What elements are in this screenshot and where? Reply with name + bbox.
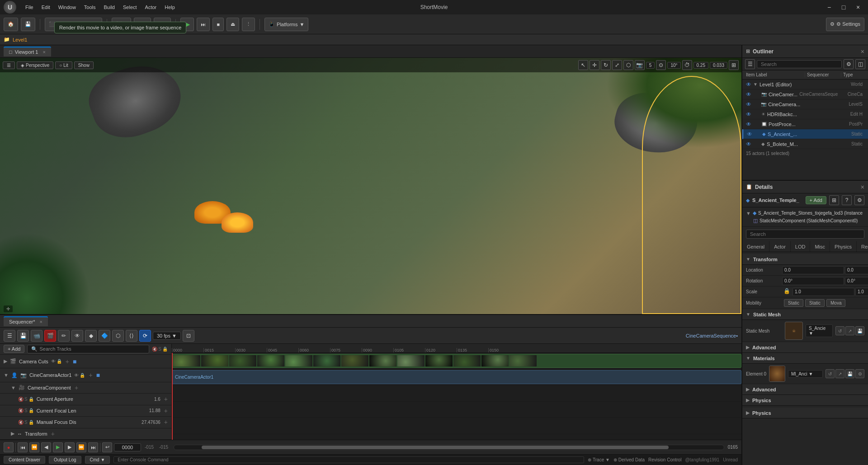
mesh-name-box[interactable]: S_Ancie ▼: [806, 324, 833, 337]
physics-section-header[interactable]: ▶ Physics: [742, 395, 868, 406]
track-add-6[interactable]: +: [51, 430, 55, 437]
seq-save-btn[interactable]: 💾: [17, 330, 29, 342]
outliner-s-bolete[interactable]: 👁 ◆ S_Bolete_M... Static: [742, 139, 868, 149]
scrollbar-thumb[interactable]: [202, 446, 669, 449]
mesh-open-btn[interactable]: ↗: [845, 326, 854, 335]
grid-btn[interactable]: ▦▼: [154, 18, 171, 31]
universal-icon-btn[interactable]: ⬡: [623, 60, 633, 70]
home-btn[interactable]: 🏠: [4, 18, 18, 31]
rot-x-input[interactable]: [782, 277, 844, 285]
track-icon-lock0[interactable]: 🔒: [57, 359, 62, 364]
eye-icon-2[interactable]: 👁: [746, 101, 751, 108]
transport-loop[interactable]: ↩: [102, 442, 112, 452]
static-mesh-section-header[interactable]: ▼ Static Mesh: [742, 309, 868, 320]
transform-btn[interactable]: ⬛▼: [112, 18, 131, 31]
outliner-s-ancient[interactable]: 👁 ◆ S_Ancient_... Static: [742, 129, 868, 139]
material-name-box[interactable]: Ml_Anci ▼: [788, 370, 823, 378]
select-icon-btn[interactable]: ↖: [578, 60, 588, 70]
outliner-cinecamera1[interactable]: 👁 📷 CineCamer... CineCameraSeque CineCa: [742, 89, 868, 99]
menu-window[interactable]: Window: [55, 3, 80, 12]
seq-tab-close[interactable]: ×: [40, 319, 42, 324]
maximize-btn[interactable]: □: [837, 2, 850, 12]
transport-rec[interactable]: ●: [4, 442, 14, 452]
scale-lock-btn[interactable]: 🔒: [782, 288, 792, 296]
seq-snap-btn[interactable]: 🔷: [99, 330, 110, 342]
tab-lod[interactable]: LOD: [791, 241, 811, 252]
perspective-btn[interactable]: ◈ Perspective: [17, 61, 53, 69]
track-icon-lock1[interactable]: 🔒: [80, 373, 85, 378]
track-lock-focal[interactable]: 🔒: [28, 408, 34, 413]
seq-filter-btn[interactable]: 👁: [71, 330, 83, 342]
eye-icon-1[interactable]: 👁: [746, 91, 751, 98]
col-sequencer[interactable]: Sequencer: [805, 72, 841, 77]
transform-section-header[interactable]: ▼ Transform: [742, 254, 868, 265]
minimize-btn[interactable]: −: [823, 2, 835, 12]
track-solo-focus[interactable]: S: [24, 420, 28, 425]
seq-edit-btn[interactable]: ✏: [58, 330, 70, 342]
save-btn[interactable]: 💾: [21, 18, 35, 31]
stop-btn[interactable]: ■: [212, 18, 224, 31]
col-item-label[interactable]: Item Label: [742, 72, 805, 77]
details-add-btn[interactable]: + Add: [806, 196, 826, 204]
track-icon-eye1[interactable]: 👁: [74, 373, 79, 378]
track-camera-cuts[interactable]: ▶ 🎬 Camera Cuts 👁 🔒 + ■: [0, 355, 171, 369]
details-icon-btn2[interactable]: ?: [842, 195, 852, 205]
track-add-4[interactable]: +: [164, 407, 168, 414]
rotate-icon-btn[interactable]: ↻: [601, 60, 611, 70]
cmd-btn[interactable]: Cmd ▼: [85, 456, 110, 464]
eye-icon-4[interactable]: 👁: [746, 121, 751, 127]
seq-more-btn2[interactable]: ⟨⟩: [126, 330, 137, 342]
outliner-cinecamera2[interactable]: 👁 📷 CineCamera... LevelS: [742, 99, 868, 109]
track-actor1[interactable]: ▼ 👤 📷 CineCameraActor1 👁 🔒 + ■: [0, 368, 171, 382]
timeline-track-component[interactable]: [172, 385, 741, 402]
fps-selector[interactable]: 30 fps ▼: [153, 332, 181, 340]
loc-x-input[interactable]: [782, 266, 844, 274]
platforms-btn[interactable]: 📱 Platforms ▼: [264, 18, 308, 31]
timeline-ruler[interactable]: 0000 0015 0030 0045 0060 0075 0090 0105 …: [172, 344, 741, 353]
timeline-track-actor[interactable]: CineCameraActor1: [172, 369, 741, 385]
seq-tab[interactable]: Sequencer* ×: [4, 316, 48, 326]
outliner-view-btn[interactable]: ◫: [855, 59, 865, 69]
snap-btn[interactable]: ⊞▼: [134, 18, 151, 31]
outliner-close-btn[interactable]: ×: [861, 48, 864, 55]
track-icon-eye0[interactable]: 👁: [51, 359, 56, 364]
settings-btn[interactable]: ⚙ ⚙ Settings: [826, 18, 864, 31]
close-btn[interactable]: ×: [852, 2, 864, 12]
menu-select[interactable]: Select: [119, 3, 141, 12]
track-add-2[interactable]: +: [75, 384, 78, 391]
show-btn[interactable]: Show: [74, 61, 94, 69]
eye-icon-3[interactable]: 👁: [746, 111, 751, 117]
transport-prev-key[interactable]: ◀: [41, 442, 51, 452]
transport-step-back[interactable]: ⏪: [29, 442, 39, 452]
realtime-icon-btn[interactable]: ⏱: [682, 60, 692, 70]
track-mute-focus[interactable]: 🔇: [18, 420, 24, 425]
output-log-btn[interactable]: Output Log: [49, 456, 81, 464]
tab-physics[interactable]: Physics: [830, 241, 857, 252]
step-btn[interactable]: ⏭: [197, 18, 210, 31]
scale-icon-btn[interactable]: ⤢: [612, 60, 622, 70]
viewport-tab-close[interactable]: ×: [42, 49, 45, 55]
track-add-0[interactable]: +: [66, 358, 69, 365]
mat-open-btn[interactable]: ↗: [835, 369, 844, 378]
move-icon-btn[interactable]: ✛: [590, 60, 599, 70]
outliner-settings-btn[interactable]: ⚙: [844, 59, 854, 69]
timeline-track-camera-cuts[interactable]: [172, 353, 741, 369]
menu-actor[interactable]: Actor: [142, 3, 160, 12]
revision-btn[interactable]: Revision Control: [648, 457, 681, 462]
details-icon-btn1[interactable]: ⊞: [829, 195, 839, 205]
scale-x-input[interactable]: [793, 288, 854, 296]
transport-step-fwd[interactable]: ⏩: [76, 442, 86, 452]
track-component[interactable]: ▼ 🎥 CameraComponent +: [0, 382, 171, 394]
timeline-track-aperture[interactable]: [172, 402, 741, 418]
track-mute-aper[interactable]: 🔇: [18, 397, 24, 402]
track-focal[interactable]: 🔇 S 🔒 Current Focal Len 11.88 +: [0, 405, 171, 417]
transport-goto-end[interactable]: ⏭: [88, 442, 98, 452]
scale-y-input[interactable]: [855, 288, 868, 296]
track-add-1[interactable]: +: [89, 371, 92, 379]
comp-item-main[interactable]: ▼ ◆ S_Ancient_Temple_Stones_tixjegefa_lo…: [746, 209, 864, 217]
camera-speed-icon-btn[interactable]: 📷: [635, 60, 645, 70]
materials-section-header[interactable]: ▼ Materials: [742, 353, 868, 364]
menu-build[interactable]: Build: [100, 3, 118, 12]
rot-y-input[interactable]: [845, 277, 868, 285]
details-close-btn[interactable]: ×: [861, 183, 864, 191]
